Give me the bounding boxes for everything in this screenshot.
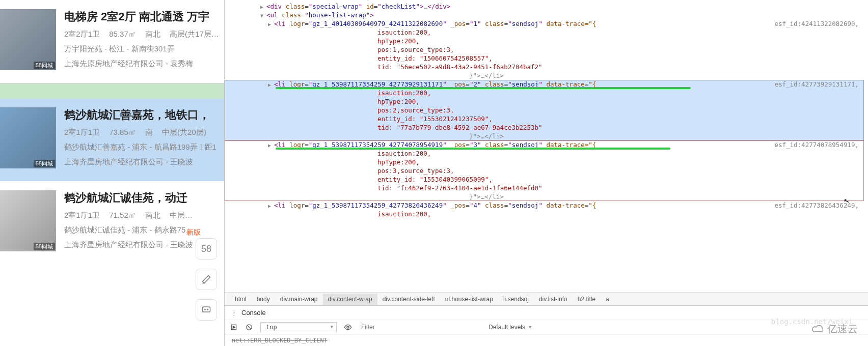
listing-spec-row: 2室2厅1卫 85.37㎡ 南北 高层(共17层) — [64, 30, 219, 39]
page-preview: 58同城 电梯房 2室2厅 南北通透 万宇 2室2厅1卫 85.37㎡ 南北 高… — [0, 0, 224, 346]
badge-58: 58同城 — [34, 160, 55, 167]
crumb[interactable]: html — [230, 294, 252, 305]
listing-agent: 上海先原房地产经纪有限公司 - 袁秀梅 — [64, 59, 219, 69]
dom-li-block[interactable]: ▶<li logr="gz_1_53987117354259_427740789… — [225, 140, 864, 201]
dom-text: pos:1,source_type:3, — [225, 45, 864, 54]
play-icon[interactable] — [230, 323, 238, 331]
logo: 亿速云 — [812, 322, 858, 336]
listing-thumb[interactable]: 58同城 — [0, 107, 56, 168]
badge-58: 58同城 — [34, 62, 55, 69]
esf-id: esf_id:42411322082690, — [774, 20, 864, 27]
console-tab-row: ⋮ Console — [225, 306, 868, 320]
crumb[interactable]: div.content-side-left — [377, 294, 440, 305]
dom-text: isauction:200, — [225, 89, 864, 97]
dom-text: pos:3,source_type:3, — [225, 166, 864, 175]
dom-text: entity_id: "1553040399065099", — [225, 175, 864, 184]
chat-icon — [201, 305, 211, 315]
listing-title[interactable]: 电梯房 2室2厅 南北通透 万宇 — [64, 9, 219, 24]
pencil-icon — [201, 274, 211, 284]
dom-text: tid: "77a7b779-dbe8-4592-ae67-9a4ce3b225… — [225, 123, 864, 132]
listing-info: 电梯房 2室2厅 南北通透 万宇 2室2厅1卫 85.37㎡ 南北 高层(共17… — [64, 9, 219, 74]
side-buttons: 58 — [196, 238, 217, 321]
dom-text: hpType:200, — [225, 97, 864, 106]
dom-close: }">…</li> — [225, 192, 864, 201]
filter-input[interactable] — [359, 323, 481, 332]
crumb[interactable]: li.sendsoj — [498, 294, 534, 305]
dom-li-block-selected[interactable]: ▶<li logr="gz_1_53987117354259_427739291… — [225, 80, 864, 140]
dom-node[interactable]: ▼<ul class="house-list-wrap"> — [225, 11, 864, 19]
crumb[interactable]: a — [601, 294, 614, 305]
dom-text: entity_id: "1506607542508557", — [225, 54, 864, 63]
esf-id: esf_id:42773826436249, — [774, 201, 864, 209]
list-item[interactable]: 58同城 电梯房 2室2厅 南北通透 万宇 2室2厅1卫 85.37㎡ 南北 高… — [0, 0, 224, 83]
console-toolbar: top Default levels — [225, 320, 868, 335]
listing-agent: 上海齐星房地产经纪有限公司 - 王晓波 — [64, 157, 219, 167]
dom-text: tid: "56ece502-a9d8-43a2-9451-f6ab2704ba… — [225, 63, 864, 71]
side-edit-button[interactable] — [196, 269, 217, 290]
badge-58: 58同城 — [34, 243, 55, 250]
kebab-icon[interactable]: ⋮ — [231, 309, 237, 316]
crumb[interactable]: div.list-info — [534, 294, 573, 305]
dom-text: isauction:200, — [225, 28, 864, 37]
crumb[interactable]: div.content-wrap — [323, 294, 377, 305]
svg-point-2 — [207, 309, 208, 310]
dom-close: }">…</li> — [225, 71, 864, 80]
elements-tree[interactable]: ▶<div class="special-wrap" id="checkList… — [225, 0, 868, 292]
listing-title[interactable]: 鹤沙航城汇诚佳苑，动迁 — [64, 190, 194, 206]
console-tab[interactable]: Console — [241, 309, 266, 316]
side-chat-button[interactable] — [196, 299, 217, 321]
esf-id: esf_id:42773929131171, — [774, 80, 864, 88]
listing-thumb[interactable]: 58同城 — [0, 190, 56, 251]
listing-location[interactable]: 鹤沙航城汇善嘉苑 - 浦东 - 航昌路199弄 􀙽 距1 — [64, 142, 219, 152]
crumb[interactable]: ul.house-list-wrap — [440, 294, 498, 305]
dom-text: entity_id: "1553021241237509", — [225, 114, 864, 123]
console-drawer: ⋮ Console top Default levels net::ERR_BL… — [225, 305, 868, 346]
listing-info: 鹤沙航城汇善嘉苑，地铁口， 2室1厅1卫 73.85㎡ 南 中层(共20层) 鹤… — [64, 107, 219, 172]
listings: 58同城 电梯房 2室2厅 南北通透 万宇 2室2厅1卫 85.37㎡ 南北 高… — [0, 0, 224, 264]
dom-close: }">…</li> — [225, 132, 864, 140]
crumb[interactable]: body — [252, 294, 275, 305]
eye-icon[interactable] — [344, 323, 352, 331]
new-badge: 新版 — [186, 228, 201, 237]
listing-agent: 上海齐星房地产经纪有限公司 - 王晓波 — [64, 240, 194, 250]
dom-node[interactable]: ▶<li logr="gz_1_53987117354259_427739291… — [225, 80, 864, 89]
console-message: net::ERR_BLOCKED_BY_CLIENT — [225, 335, 868, 346]
dom-breadcrumb[interactable]: html body div.main-wrap div.content-wrap… — [225, 292, 868, 305]
log-levels-select[interactable]: Default levels — [489, 324, 532, 331]
svg-rect-0 — [203, 307, 210, 312]
dom-text: hpType:200, — [225, 158, 864, 166]
dom-node[interactable]: ▶<li logr="gz_1_40140309640979_424113220… — [225, 19, 864, 28]
svg-point-1 — [205, 309, 206, 310]
highlight-stripe — [0, 83, 224, 98]
dom-node[interactable]: ▶<li logr="gz_1_53987117354259_427738264… — [225, 201, 864, 210]
listing-spec-row: 2室1厅1卫 73.85㎡ 南 中层(共20层) — [64, 128, 219, 137]
listing-thumb[interactable]: 58同城 — [0, 9, 56, 70]
crumb[interactable]: h2.title — [573, 294, 601, 305]
side-58-button[interactable]: 58 — [196, 238, 217, 260]
clear-icon[interactable] — [245, 323, 253, 331]
dom-text: isauction:200, — [225, 149, 864, 158]
listing-location[interactable]: 万宇阳光苑 - 松江 - 新南街301弄 — [64, 44, 219, 54]
listing-info: 鹤沙航城汇诚佳苑，动迁 2室1厅1卫 71.52㎡ 南北 中层(共 鹤沙航城汇诚… — [64, 190, 194, 255]
svg-point-5 — [347, 326, 349, 328]
dom-node[interactable]: ▶<li logr="gz_1_53987117354259_427740789… — [225, 140, 864, 149]
listing-location[interactable]: 鹤沙航城汇诚佳苑 - 浦东 - 鹤永路750弄 — [64, 225, 194, 235]
devtools-panel: ▶<div class="special-wrap" id="checkList… — [224, 0, 868, 346]
cloud-icon — [812, 325, 825, 334]
listing-title[interactable]: 鹤沙航城汇善嘉苑，地铁口， — [64, 107, 219, 123]
dom-node[interactable]: ▶<div class="special-wrap" id="checkList… — [225, 2, 864, 11]
dom-text: pos:2,source_type:3, — [225, 106, 864, 114]
crumb[interactable]: div.main-wrap — [275, 294, 323, 305]
dom-text: tid: "fc462ef9-2763-4104-ae1d-1fa6e144ef… — [225, 184, 864, 192]
dom-text: hpType:200, — [225, 37, 864, 45]
listing-spec-row: 2室1厅1卫 71.52㎡ 南北 中层(共 — [64, 211, 194, 220]
list-item[interactable]: 58同城 鹤沙航城汇诚佳苑，动迁 2室1厅1卫 71.52㎡ 南北 中层(共 鹤… — [0, 181, 224, 264]
context-select[interactable]: top — [260, 322, 337, 332]
list-item[interactable]: 58同城 鹤沙航城汇善嘉苑，地铁口， 2室1厅1卫 73.85㎡ 南 中层(共2… — [0, 98, 224, 181]
esf-id: esf_id:42774078954919, — [774, 141, 864, 149]
dom-text: isauction:200, — [225, 210, 864, 218]
